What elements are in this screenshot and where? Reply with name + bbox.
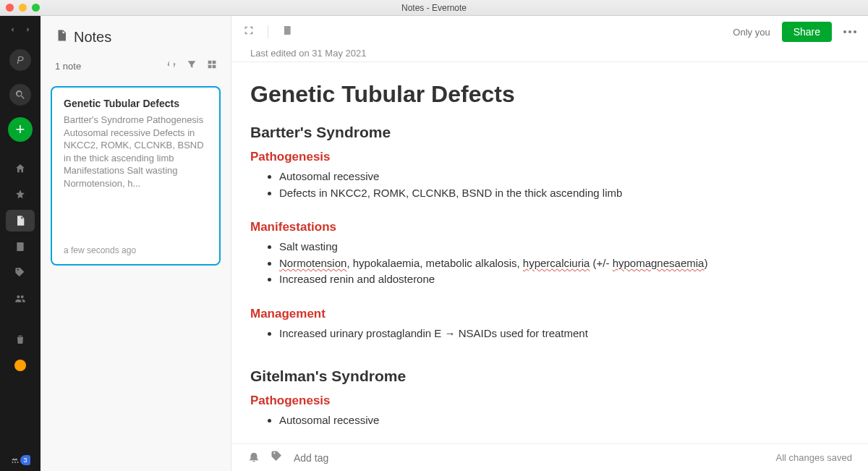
toolbar-divider bbox=[268, 25, 268, 38]
subheading-pathogenesis[interactable]: Pathogenesis bbox=[250, 150, 825, 164]
note-list-title: Notes bbox=[74, 29, 111, 46]
sidebar-item-tags[interactable] bbox=[6, 262, 35, 284]
bullet-item[interactable]: Defects in NKCC2, ROMK, CLCNKB, BSND in … bbox=[279, 185, 825, 202]
upgrade-icon bbox=[14, 360, 26, 371]
svg-point-1 bbox=[14, 462, 16, 463]
sidebar-rail: P + bbox=[0, 16, 41, 471]
note-card[interactable]: Genetic Tubular Defects Bartter's Syndro… bbox=[51, 86, 221, 266]
bullet-item[interactable]: Autosomal recessive bbox=[279, 412, 825, 429]
heading-bartter[interactable]: Bartter's Syndrome bbox=[250, 124, 825, 141]
maximize-window-icon[interactable] bbox=[32, 4, 40, 12]
note-card-title: Genetic Tubular Defects bbox=[64, 98, 208, 109]
filter-icon[interactable] bbox=[186, 59, 197, 73]
save-status-label: All changes saved bbox=[775, 452, 852, 463]
more-actions-button[interactable] bbox=[843, 30, 856, 33]
note-card-preview: Bartter's Syndrome Pathogenesis Autosoma… bbox=[64, 114, 208, 238]
note-card-time: a few seconds ago bbox=[64, 245, 208, 255]
search-button[interactable] bbox=[9, 84, 31, 106]
sidebar-item-home[interactable] bbox=[6, 158, 35, 179]
last-edited-label: Last edited on 31 May 2021 bbox=[231, 48, 868, 61]
bullet-item[interactable]: Normotension, hypokalaemia, metabolic al… bbox=[279, 255, 825, 272]
note-editor: Only you Share Last edited on 31 May 202… bbox=[231, 16, 868, 471]
sync-count-badge: 3 bbox=[20, 455, 30, 465]
share-status-label[interactable]: Only you bbox=[733, 27, 770, 38]
heading-gitelman[interactable]: Gitelman's Syndrome bbox=[250, 368, 825, 385]
tag-icon[interactable] bbox=[271, 450, 284, 466]
svg-point-2 bbox=[17, 462, 19, 463]
subheading-pathogenesis-2[interactable]: Pathogenesis bbox=[250, 394, 825, 408]
bullet-item[interactable]: Increased renin and aldosterone bbox=[279, 271, 825, 288]
subheading-management[interactable]: Management bbox=[250, 307, 825, 321]
bullet-item[interactable]: Salt wasting bbox=[279, 239, 825, 255]
notebook-icon[interactable] bbox=[281, 25, 293, 39]
account-avatar[interactable]: P bbox=[9, 49, 31, 71]
window-titlebar: Notes - Evernote bbox=[0, 0, 868, 16]
sort-icon[interactable] bbox=[166, 59, 177, 73]
note-content-area[interactable]: Genetic Tubular Defects Bartter's Syndro… bbox=[231, 62, 868, 444]
add-tag-input[interactable] bbox=[294, 452, 438, 464]
sync-status-button[interactable]: 3 bbox=[10, 455, 30, 465]
reminder-icon[interactable] bbox=[247, 450, 260, 466]
share-button[interactable]: Share bbox=[782, 22, 832, 42]
sidebar-item-shared[interactable] bbox=[6, 288, 35, 310]
sidebar-item-notes[interactable] bbox=[6, 210, 35, 232]
subheading-manifestations[interactable]: Manifestations bbox=[250, 220, 825, 234]
notes-icon bbox=[55, 29, 68, 46]
minimize-window-icon[interactable] bbox=[19, 4, 27, 12]
bullet-item[interactable]: Increased urinary prostaglandin E → NSAI… bbox=[279, 326, 825, 342]
note-list-panel: Notes 1 note Genetic Tubular Defects Bar… bbox=[41, 16, 231, 471]
note-count-label: 1 note bbox=[55, 61, 81, 72]
nav-forward-icon[interactable] bbox=[24, 24, 33, 37]
sidebar-item-shortcuts[interactable] bbox=[6, 184, 35, 205]
bullet-item[interactable]: Autosomal recessive bbox=[279, 169, 825, 185]
expand-icon[interactable] bbox=[243, 25, 255, 39]
document-title[interactable]: Genetic Tubular Defects bbox=[250, 81, 825, 108]
window-title: Notes - Evernote bbox=[6, 3, 862, 13]
nav-back-icon[interactable] bbox=[8, 24, 17, 37]
view-grid-icon[interactable] bbox=[206, 59, 218, 73]
sidebar-item-upgrade[interactable] bbox=[6, 355, 35, 376]
sidebar-item-notebooks[interactable] bbox=[6, 236, 35, 258]
new-note-button[interactable]: + bbox=[8, 117, 33, 142]
sidebar-item-trash[interactable] bbox=[6, 328, 35, 350]
close-window-icon[interactable] bbox=[6, 4, 14, 12]
svg-point-0 bbox=[12, 462, 14, 463]
